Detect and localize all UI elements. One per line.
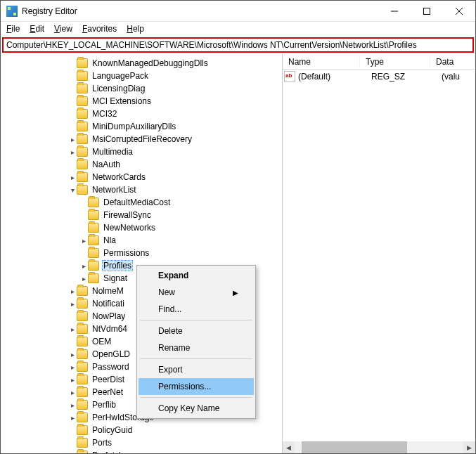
tree-item[interactable]: LicensingDiag: [1, 82, 282, 95]
folder-icon: [88, 248, 99, 258]
menu-new[interactable]: New▶: [139, 284, 254, 301]
menu-copy-key-name[interactable]: Copy Key Name: [139, 400, 254, 417]
folder-icon: [77, 185, 88, 195]
tree-item-label: NaAuth: [91, 160, 122, 169]
folder-icon: [88, 235, 99, 245]
titlebar[interactable]: Registry Editor: [1, 1, 475, 22]
folder-icon: [77, 387, 88, 397]
regedit-icon: [6, 6, 18, 17]
scroll-left-button[interactable]: ◀: [283, 441, 295, 453]
folder-icon: [88, 273, 99, 283]
expand-icon[interactable]: ▸: [68, 300, 77, 308]
menu-delete[interactable]: Delete: [139, 323, 254, 339]
menu-expand[interactable]: Expand: [139, 267, 254, 284]
tree-item[interactable]: ▸Multimedia: [1, 145, 282, 158]
tree-item[interactable]: ▸MsiCorruptedFileRecovery: [1, 133, 282, 145]
registry-editor-window: Registry Editor File Edit View Favorites…: [0, 0, 476, 454]
tree-item-label: NetworkList: [91, 185, 138, 195]
expand-icon[interactable]: ▸: [68, 148, 77, 156]
folder-icon: [77, 58, 88, 68]
menu-help[interactable]: Help: [127, 24, 144, 34]
tree-item-label: MCI Extensions: [91, 96, 153, 106]
tree-item-label: MsiCorruptedFileRecovery: [91, 134, 193, 144]
menu-find[interactable]: Find...: [139, 301, 254, 318]
tree-item-label: FirewallSync: [102, 210, 153, 220]
window-title: Registry Editor: [22, 6, 378, 16]
column-headers[interactable]: Name Type Data: [283, 54, 475, 70]
value-row[interactable]: ab (Default) REG_SZ (valu: [283, 70, 475, 84]
expand-icon[interactable]: ▸: [68, 351, 77, 358]
tree-item-label: Profiles: [102, 260, 133, 271]
tree-item-label: NtVdm64: [91, 324, 129, 334]
tree-item[interactable]: FirewallSync: [1, 209, 282, 221]
tree-item-label: MCI32: [91, 109, 118, 119]
expand-icon[interactable]: ▸: [79, 237, 88, 245]
tree-item-label: Signat: [102, 273, 129, 283]
tree-item-label: LanguagePack: [91, 71, 150, 81]
expand-icon[interactable]: ▸: [68, 376, 77, 384]
maximize-button[interactable]: [411, 1, 443, 22]
tree-item-label: Notificati: [91, 299, 126, 309]
expand-icon[interactable]: ▸: [68, 287, 77, 295]
tree-item-label: OpenGLD: [91, 349, 131, 359]
expand-icon[interactable]: ▸: [68, 325, 77, 333]
tree-item[interactable]: PolicyGuid: [1, 424, 282, 436]
tree-item[interactable]: NaAuth: [1, 158, 282, 171]
column-data[interactable]: Data: [430, 57, 475, 67]
tree-item[interactable]: MCI32: [1, 108, 282, 120]
tree-item-label: PeerDist: [91, 375, 126, 384]
menu-edit[interactable]: Edit: [30, 24, 44, 34]
folder-icon: [77, 324, 88, 334]
expand-icon[interactable]: ▸: [68, 389, 77, 396]
minimize-button[interactable]: [378, 1, 411, 22]
tree-item[interactable]: MiniDumpAuxiliaryDlls: [1, 120, 282, 133]
tree-item[interactable]: ▾NetworkList: [1, 183, 282, 196]
tree-item-label: Prefetcher: [91, 450, 132, 453]
menu-favorites[interactable]: Favorites: [82, 24, 117, 34]
submenu-arrow-icon: ▶: [233, 289, 238, 297]
tree-item-label: Permissions: [102, 248, 150, 258]
address-bar[interactable]: Computer\HKEY_LOCAL_MACHINE\SOFTWARE\Mic…: [2, 37, 474, 53]
menu-rename[interactable]: Rename: [139, 339, 254, 356]
column-type[interactable]: Type: [360, 57, 430, 67]
menu-view[interactable]: View: [54, 24, 72, 34]
values-pane: Name Type Data ab (Default) REG_SZ (valu…: [282, 54, 475, 453]
tree-item[interactable]: DefaultMediaCost: [1, 196, 282, 209]
menu-separator: [140, 397, 252, 398]
tree-item-label: NetworkCards: [91, 172, 147, 182]
tree-item-label: DefaultMediaCost: [102, 197, 172, 207]
tree-item[interactable]: NewNetworks: [1, 221, 282, 234]
expand-icon[interactable]: ▸: [68, 401, 77, 409]
tree-item[interactable]: Permissions: [1, 247, 282, 259]
close-button[interactable]: [443, 1, 475, 22]
tree-item[interactable]: MCI Extensions: [1, 95, 282, 108]
menu-permissions[interactable]: Permissions...: [139, 378, 254, 395]
column-name[interactable]: Name: [283, 57, 360, 67]
tree-item-label: Nla: [102, 235, 117, 245]
menubar: File Edit View Favorites Help: [1, 22, 475, 36]
tree-item-label: MiniDumpAuxiliaryDlls: [91, 122, 177, 131]
expand-icon[interactable]: ▸: [68, 174, 77, 181]
menu-export[interactable]: Export: [139, 361, 254, 378]
expand-icon[interactable]: ▸: [79, 262, 88, 270]
expand-icon[interactable]: ▸: [68, 414, 77, 422]
tree-item[interactable]: ▸NetworkCards: [1, 171, 282, 183]
tree-item[interactable]: ▸Nla: [1, 234, 282, 247]
tree-item-label: Perflib: [91, 400, 117, 410]
expand-icon[interactable]: ▸: [79, 275, 88, 283]
scroll-right-button[interactable]: ▶: [463, 441, 475, 453]
folder-icon: [77, 172, 88, 182]
collapse-icon[interactable]: ▾: [68, 186, 77, 194]
tree-item[interactable]: Ports: [1, 436, 282, 449]
tree-item[interactable]: KnownManagedDebuggingDlls: [1, 57, 282, 70]
folder-icon: [77, 425, 88, 435]
folder-icon: [88, 197, 99, 207]
expand-icon[interactable]: ▸: [68, 363, 77, 371]
expand-icon[interactable]: ▸: [68, 136, 77, 143]
values-list[interactable]: ab (Default) REG_SZ (valu: [283, 70, 475, 441]
horizontal-scrollbar[interactable]: ◀ ▶: [283, 441, 475, 453]
folder-icon: [77, 438, 88, 448]
tree-item[interactable]: Prefetcher: [1, 449, 282, 453]
menu-file[interactable]: File: [6, 24, 20, 34]
tree-item[interactable]: LanguagePack: [1, 70, 282, 82]
